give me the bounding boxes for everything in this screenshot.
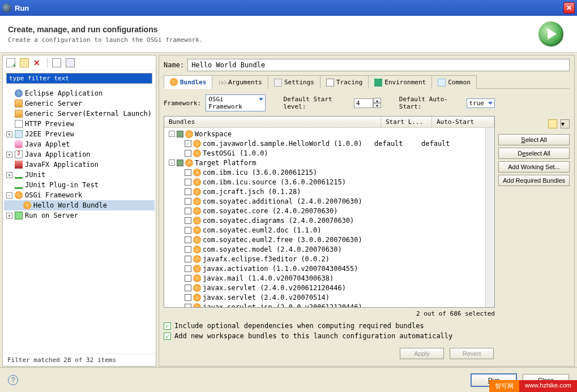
tree-item[interactable]: +Java Application bbox=[4, 149, 155, 160]
config-tree[interactable]: Eclipse ApplicationGeneric ServerGeneric… bbox=[3, 86, 156, 354]
tree-expander-icon[interactable]: - bbox=[169, 160, 175, 166]
group-checkbox[interactable] bbox=[177, 131, 183, 137]
framework-combo[interactable]: OSGi Framework bbox=[206, 94, 266, 111]
bundle-checkbox[interactable] bbox=[185, 169, 191, 176]
bundle-checkbox[interactable] bbox=[185, 246, 191, 253]
bundle-checkbox[interactable] bbox=[185, 150, 191, 157]
bundle-checkbox[interactable] bbox=[185, 198, 191, 205]
bundle-row[interactable]: javax.servlet (2.4.0.v20070514) bbox=[164, 292, 494, 302]
bundle-checkbox[interactable] bbox=[185, 236, 191, 243]
duplicate-config-icon[interactable] bbox=[20, 58, 29, 67]
bundle-group-row[interactable]: - Target Platform bbox=[164, 158, 494, 167]
bundle-row[interactable]: com.soyatec.euml2.free (3.0.0.20070630) bbox=[164, 235, 494, 244]
default-auto-start-combo[interactable]: true bbox=[467, 98, 495, 108]
tree-item[interactable]: Generic Server bbox=[4, 98, 155, 109]
spinner-up-icon[interactable]: ▲ bbox=[373, 98, 381, 103]
tree-expander-icon[interactable]: - bbox=[169, 131, 175, 137]
tree-item[interactable]: JUnit Plug-in Test bbox=[4, 180, 155, 190]
bundle-row[interactable]: com.soyatec.additional (2.4.0.20070630) bbox=[164, 196, 494, 206]
delete-config-icon[interactable] bbox=[33, 58, 42, 67]
tree-expander-icon[interactable]: + bbox=[6, 213, 12, 219]
bundle-checkbox[interactable] bbox=[185, 275, 191, 282]
bundle-checkbox[interactable] bbox=[185, 227, 191, 234]
window-close-button[interactable]: ✕ bbox=[563, 2, 575, 14]
default-start-level-spinner[interactable]: ▲▼ bbox=[354, 98, 381, 108]
vertical-scrollbar[interactable] bbox=[485, 128, 494, 307]
bundle-row[interactable]: com.soyatec.core (2.4.0.20070630) bbox=[164, 206, 494, 216]
bundle-checkbox[interactable] bbox=[185, 179, 191, 186]
filter-input[interactable] bbox=[6, 73, 152, 84]
tree-item[interactable]: Generic Server(External Launch) bbox=[4, 109, 155, 119]
tab-bundles[interactable]: Bundles bbox=[164, 75, 212, 89]
bundle-checkbox[interactable] bbox=[185, 208, 191, 214]
mi-settings-icon bbox=[274, 79, 282, 87]
tab-settings[interactable]: Settings bbox=[268, 75, 320, 89]
tab-common[interactable]: Common bbox=[431, 75, 477, 89]
deselect-all-button[interactable]: Deselect All bbox=[498, 148, 570, 159]
add-required-bundles-button[interactable]: Add Required Bundles bbox=[498, 175, 570, 186]
bundle-checkbox[interactable] bbox=[185, 265, 191, 272]
bundle-row[interactable]: javax.activation (1.1.0.v200704300455) bbox=[164, 264, 494, 273]
tree-item[interactable]: -OSGi Framework bbox=[4, 190, 155, 200]
bundle-row[interactable]: TestOSGi (1.0.0) bbox=[164, 148, 494, 158]
bundle-row[interactable]: com.ibm.icu.source (3.6.0.20061215) bbox=[164, 177, 494, 187]
bundle-row[interactable]: com.soyatec.model (2.4.0.20070630) bbox=[164, 244, 494, 254]
tree-item[interactable]: Eclipse Application bbox=[4, 88, 155, 98]
tree-item[interactable]: +JUnit bbox=[4, 170, 155, 180]
apply-button[interactable]: Apply bbox=[400, 348, 444, 359]
bundle-group-row[interactable]: - Workspace bbox=[164, 129, 494, 139]
tree-expander-icon[interactable]: + bbox=[6, 152, 12, 158]
bundle-row[interactable]: javax.servlet.jsp (2.0.0.v200612120446) bbox=[164, 302, 494, 308]
bundle-row[interactable]: javafx.eclipse.f3editor (0.0.2) bbox=[164, 254, 494, 264]
tree-item[interactable]: +J2EE Preview bbox=[4, 129, 155, 139]
bundle-checkbox[interactable] bbox=[185, 188, 191, 195]
tree-item[interactable]: JavaFX Application bbox=[4, 160, 155, 170]
tree-item[interactable]: HTTP Preview bbox=[4, 119, 155, 129]
new-config-icon[interactable] bbox=[6, 58, 15, 67]
bundle-checkbox[interactable] bbox=[185, 285, 191, 291]
bundle-checkbox[interactable] bbox=[185, 294, 191, 301]
bundle-refresh-icon[interactable] bbox=[548, 119, 557, 128]
col-bundles[interactable]: Bundles bbox=[164, 117, 381, 127]
tree-item-label: OSGi Framework bbox=[25, 191, 82, 199]
tab-arguments[interactable]: Arguments bbox=[212, 75, 268, 89]
select-all-button[interactable]: SSelect Allelect All bbox=[498, 134, 570, 145]
expand-all-icon[interactable] bbox=[66, 58, 75, 67]
tree-item[interactable]: Java Applet bbox=[4, 139, 155, 149]
bundle-row[interactable]: javax.servlet (2.4.0.v200612120446) bbox=[164, 283, 494, 292]
tree-expander-icon[interactable]: - bbox=[6, 192, 12, 199]
bundle-row[interactable]: com.soyatec.diagrams (2.4.0.20070630) bbox=[164, 216, 494, 225]
bundle-menu-icon[interactable]: ▾ bbox=[561, 119, 570, 128]
bundle-checkbox[interactable] bbox=[185, 217, 191, 224]
col-start-level[interactable]: Start L... bbox=[381, 117, 432, 127]
help-icon[interactable]: ? bbox=[8, 375, 18, 385]
group-checkbox[interactable] bbox=[177, 160, 183, 166]
tab-environment[interactable]: Environment bbox=[368, 75, 432, 89]
tree-item-child[interactable]: Hello World Bundle bbox=[4, 200, 155, 210]
bundle-row[interactable]: com.jcraft.jsch (0.1.28) bbox=[164, 187, 494, 196]
ic-server-icon bbox=[15, 100, 23, 107]
bundle-row[interactable]: javax.mail (1.4.0.v200704300638) bbox=[164, 273, 494, 283]
bundle-checkbox[interactable] bbox=[185, 304, 191, 308]
bundle-row[interactable]: com.soyatec.euml2.doc (1.1.0) bbox=[164, 225, 494, 235]
collapse-all-icon[interactable] bbox=[52, 58, 61, 67]
include-optional-checkbox[interactable]: ✓Include optional dependencies when comp… bbox=[164, 322, 495, 330]
bundle-checkbox[interactable] bbox=[185, 256, 191, 262]
tree-expander-icon[interactable]: + bbox=[6, 131, 12, 137]
tree-item[interactable]: +Run on Server bbox=[4, 210, 155, 221]
tree-expander-icon[interactable]: + bbox=[6, 172, 12, 178]
config-name-input[interactable] bbox=[187, 59, 570, 71]
bundle-group-label: Workspace bbox=[195, 130, 232, 138]
add-working-set-button[interactable]: Add Working Set... bbox=[498, 161, 570, 173]
tab-label: Environment bbox=[384, 79, 426, 86]
tab-tracing[interactable]: Tracing bbox=[320, 75, 369, 89]
spinner-down-icon[interactable]: ▼ bbox=[373, 103, 381, 108]
auto-add-workspace-checkbox[interactable]: ✓Add new workspace bundles to this launc… bbox=[164, 332, 495, 340]
bundle-checkbox[interactable]: ✓ bbox=[185, 140, 191, 147]
revert-button[interactable]: Revert bbox=[450, 348, 494, 359]
bundle-row[interactable]: com.ibm.icu (3.6.0.20061215) bbox=[164, 167, 494, 177]
bundles-table[interactable]: Bundles Start L... Auto-Start - Workspac… bbox=[164, 116, 495, 308]
bundle-row[interactable]: ✓ com.javaworld.sample.HelloWorld (1.0.0… bbox=[164, 139, 494, 148]
default-start-level-input[interactable] bbox=[354, 98, 373, 108]
col-auto-start[interactable]: Auto-Start bbox=[432, 117, 494, 127]
